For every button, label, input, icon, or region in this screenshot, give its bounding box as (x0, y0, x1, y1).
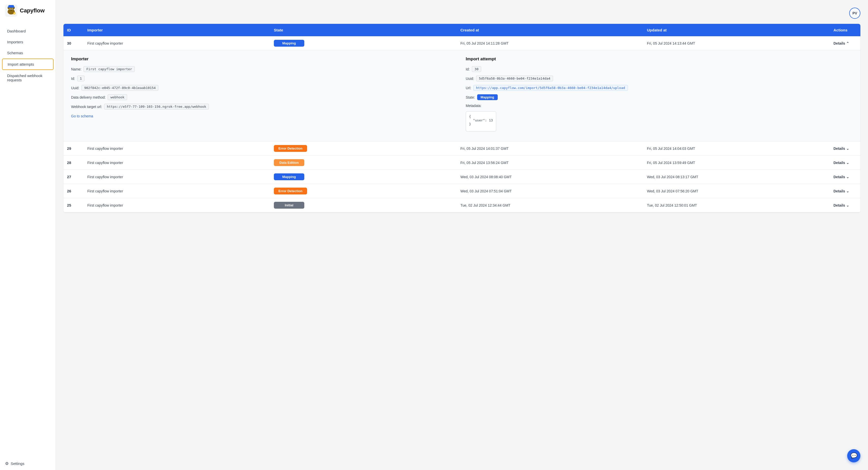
chevron-down-icon: ⌄ (846, 203, 849, 207)
webhook-url-value: https://e5f7-77-109-103-156.ngrok-free.a… (104, 104, 209, 109)
state-badge: Error Detection (274, 188, 307, 195)
row-updated-at: Wed, 03 Jul 2024 08:13:17 GMT (643, 171, 830, 182)
gear-icon: ⚙ (5, 461, 9, 466)
row-updated-at: Fri, 05 Jul 2024 13:59:49 GMT (643, 157, 830, 168)
webhook-url-field: Webhook target url: https://e5f7-77-109-… (71, 104, 458, 109)
row-updated-at: Fri, 05 Jul 2024 14:04:03 GMT (643, 143, 830, 154)
row-importer: First capyflow importer (84, 200, 270, 211)
row-actions[interactable]: Details ⌄ (830, 171, 860, 182)
logo-text: Capyflow (20, 7, 45, 14)
row-created-at: Tue, 02 Jul 2024 12:34:44 GMT (457, 200, 643, 211)
row-state: Data Edition (270, 156, 457, 170)
attempt-uuid-value: 5d5f6a58-0b3a-4660-be04-f234e1a14da4 (476, 75, 553, 81)
row-state: Error Detection (270, 184, 457, 198)
logo-icon: ⚙ (5, 5, 17, 17)
sidebar-item-import-attempts[interactable]: Import attempts (2, 59, 54, 70)
metadata-field: Metadata: { "user": 13 } (466, 104, 853, 132)
row-actions[interactable]: Details ⌄ (830, 143, 860, 154)
sidebar-item-schemas[interactable]: Schemas (2, 48, 54, 58)
sidebar: ⚙ Capyflow Dashboard Importers Schemas I… (0, 0, 56, 470)
settings-item[interactable]: ⚙ Settings (0, 457, 56, 470)
sidebar-item-dashboard[interactable]: Dashboard (2, 26, 54, 36)
row-id: 27 (63, 171, 84, 182)
sidebar-item-importers[interactable]: Importers (2, 37, 54, 47)
row-created-at: Fri, 05 Jul 2024 14:11:28 GMT (457, 38, 643, 49)
importer-detail-section: Importer Name: First capyflow importer I… (71, 57, 458, 135)
chevron-up-icon: ⌃ (846, 41, 849, 45)
chevron-down-icon: ⌄ (846, 189, 849, 193)
svg-text:⚙: ⚙ (14, 13, 16, 15)
row-state: Error Detection (270, 141, 457, 156)
delivery-method-field: Data delivery method: webhook (71, 94, 458, 100)
sidebar-item-dispatched-webhook[interactable]: Dispatched webhook requests (2, 70, 54, 85)
main-content: PV ID Importer State Created at Updated … (56, 0, 868, 470)
go-to-schema-link[interactable]: Go to schema (71, 114, 93, 118)
delivery-method-value: webhook (107, 94, 127, 100)
row-created-at: Fri, 05 Jul 2024 13:56:24 GMT (457, 157, 643, 168)
importer-id-field: Id: 1 (71, 75, 458, 81)
attempt-url-value[interactable]: https://app.capyflow.com/import/5d5f6a58… (473, 85, 628, 91)
row-updated-at: Tue, 02 Jul 2024 12:50:01 GMT (643, 200, 830, 211)
metadata-value: { "user": 13 } (466, 111, 496, 132)
col-header-updated-at: Updated at (643, 24, 830, 36)
table-row: 26 First capyflow importer Error Detecti… (63, 184, 860, 198)
row-updated-at: Fri, 05 Jul 2024 14:13:44 GMT (643, 38, 830, 49)
importer-section-title: Importer (71, 57, 458, 62)
attempt-section-title: Import attempt (466, 57, 853, 62)
attempt-uuid-field: Uuid: 5d5f6a58-0b3a-4660-be04-f234e1a14d… (466, 75, 853, 81)
col-header-created-at: Created at (457, 24, 643, 36)
table-row: 30 First capyflow importer Mapping Fri, … (63, 36, 860, 51)
row-actions[interactable]: Details ⌃ (830, 38, 860, 49)
row-importer: First capyflow importer (84, 171, 270, 182)
col-header-importer: Importer (84, 24, 270, 36)
row-importer: First capyflow importer (84, 38, 270, 49)
table-row: 27 First capyflow importer Mapping Wed, … (63, 170, 860, 184)
row-actions[interactable]: Details ⌄ (830, 186, 860, 197)
table-header: ID Importer State Created at Updated at … (63, 24, 860, 36)
table-row: 29 First capyflow importer Error Detecti… (63, 141, 860, 156)
row-id: 30 (63, 37, 84, 49)
chat-icon: 💬 (850, 452, 857, 459)
row-detail-expanded: Importer Name: First capyflow importer I… (63, 51, 860, 141)
svg-point-6 (12, 9, 12, 9)
importer-name-value: First capyflow importer (84, 66, 135, 72)
state-badge: Initial (274, 202, 304, 209)
row-state: Mapping (270, 170, 457, 184)
chevron-down-icon: ⌄ (846, 175, 849, 179)
state-badge: Data Edition (274, 159, 304, 166)
table-row: 28 First capyflow importer Data Edition … (63, 156, 860, 170)
table-row: 25 First capyflow importer Initial Tue, … (63, 198, 860, 212)
importer-uuid-field: Uuid: 902f842c-e045-472f-89c0-4b1eaab101… (71, 85, 458, 91)
row-importer: First capyflow importer (84, 157, 270, 168)
logo: ⚙ Capyflow (0, 0, 56, 21)
state-badge: Mapping (274, 173, 304, 180)
col-header-state: State (270, 24, 457, 36)
row-importer: First capyflow importer (84, 143, 270, 154)
svg-rect-11 (8, 5, 14, 7)
state-badge: Mapping (274, 40, 304, 47)
chat-button[interactable]: 💬 (847, 449, 860, 462)
importer-name-field: Name: First capyflow importer (71, 66, 458, 72)
user-avatar[interactable]: PV (849, 8, 860, 19)
row-created-at: Wed, 03 Jul 2024 07:51:04 GMT (457, 186, 643, 197)
col-header-actions: Actions (830, 24, 860, 36)
importer-id-value: 1 (77, 75, 85, 81)
row-created-at: Wed, 03 Jul 2024 08:08:40 GMT (457, 171, 643, 182)
svg-point-5 (10, 9, 10, 9)
svg-point-7 (10, 10, 12, 11)
row-id: 26 (63, 185, 84, 197)
row-id: 29 (63, 143, 84, 154)
attempt-url-field: Url: https://app.capyflow.com/import/5d5… (466, 85, 853, 91)
attempt-state-field: State: Mapping (466, 94, 853, 100)
row-importer: First capyflow importer (84, 186, 270, 197)
row-updated-at: Wed, 03 Jul 2024 07:56:20 GMT (643, 186, 830, 197)
top-bar: PV (63, 8, 860, 19)
chevron-down-icon: ⌄ (846, 161, 849, 165)
row-actions[interactable]: Details ⌄ (830, 200, 860, 211)
row-actions[interactable]: Details ⌄ (830, 157, 860, 168)
row-id: 25 (63, 200, 84, 211)
schema-link-container[interactable]: Go to schema (71, 113, 458, 119)
state-badge: Error Detection (274, 145, 307, 152)
chevron-down-icon: ⌄ (846, 146, 849, 150)
row-created-at: Fri, 05 Jul 2024 14:01:37 GMT (457, 143, 643, 154)
